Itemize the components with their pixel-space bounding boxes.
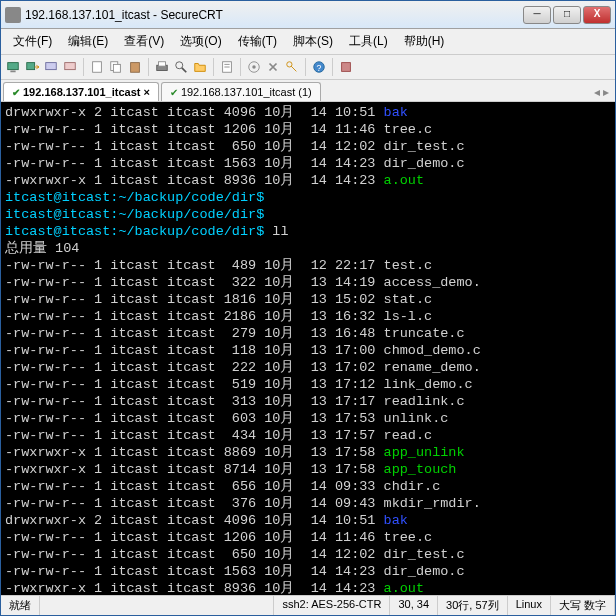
menubar: 文件(F)编辑(E)查看(V)选项(O)传输(T)脚本(S)工具(L)帮助(H) [1, 29, 615, 55]
session-icon[interactable] [89, 59, 105, 75]
terminal-line: itcast@itcast:~/backup/code/dir$ [5, 206, 611, 223]
menu-item[interactable]: 工具(L) [341, 31, 396, 52]
toolbar-separator [148, 58, 149, 76]
terminal-line: -rw-rw-r-- 1 itcast itcast 519 10月 13 17… [5, 376, 611, 393]
svg-rect-3 [46, 63, 57, 70]
key-icon[interactable] [284, 59, 300, 75]
menu-item[interactable]: 帮助(H) [396, 31, 453, 52]
statusbar: 就绪 ssh2: AES-256-CTR 30, 34 30行, 57列 Lin… [1, 595, 615, 615]
terminal-line: itcast@itcast:~/backup/code/dir$ ll [5, 223, 611, 240]
quick-connect-icon[interactable] [24, 59, 40, 75]
svg-rect-5 [93, 62, 102, 73]
print-icon[interactable] [154, 59, 170, 75]
terminal-line: -rw-rw-r-- 1 itcast itcast 434 10月 13 17… [5, 427, 611, 444]
check-icon: ✔ [170, 87, 178, 98]
disconnect-icon[interactable] [62, 59, 78, 75]
svg-line-12 [182, 68, 186, 72]
terminal-line: 总用量 104 [5, 240, 611, 257]
copy-icon[interactable] [108, 59, 124, 75]
window-title: 192.168.137.101_itcast - SecureCRT [25, 8, 523, 22]
toolbar-separator [83, 58, 84, 76]
terminal-line: -rw-rw-r-- 1 itcast itcast 650 10月 14 12… [5, 138, 611, 155]
find-icon[interactable] [173, 59, 189, 75]
status-pos: 30, 34 [390, 596, 438, 615]
terminal[interactable]: drwxrwxr-x 2 itcast itcast 4096 10月 14 1… [1, 102, 615, 595]
tab-scroll-icon[interactable]: ◂ ▸ [588, 85, 615, 99]
menu-item[interactable]: 查看(V) [116, 31, 172, 52]
terminal-line: -rw-rw-r-- 1 itcast itcast 376 10月 14 09… [5, 495, 611, 512]
svg-rect-4 [65, 63, 76, 70]
terminal-line: drwxrwxr-x 2 itcast itcast 4096 10月 14 1… [5, 512, 611, 529]
maximize-button[interactable]: □ [553, 6, 581, 24]
main-window: 192.168.137.101_itcast - SecureCRT ─ □ X… [0, 0, 616, 616]
terminal-line: -rw-rw-r-- 1 itcast itcast 1206 10月 14 1… [5, 121, 611, 138]
svg-point-11 [176, 62, 183, 69]
window-controls: ─ □ X [523, 6, 611, 24]
terminal-line: -rw-rw-r-- 1 itcast itcast 279 10月 13 16… [5, 325, 611, 342]
status-spacer [40, 596, 274, 615]
tab-label: 192.168.137.101_itcast (1) [181, 86, 312, 98]
folder-icon[interactable] [192, 59, 208, 75]
svg-rect-10 [159, 62, 166, 66]
terminal-line: -rw-rw-r-- 1 itcast itcast 313 10月 13 17… [5, 393, 611, 410]
terminal-line: -rw-rw-r-- 1 itcast itcast 222 10月 13 17… [5, 359, 611, 376]
terminal-line: -rw-rw-r-- 1 itcast itcast 1816 10月 13 1… [5, 291, 611, 308]
toolbar-separator [305, 58, 306, 76]
svg-rect-1 [10, 71, 15, 73]
status-size: 30行, 57列 [438, 596, 508, 615]
toolbar-separator [332, 58, 333, 76]
svg-rect-22 [342, 63, 351, 72]
terminal-line: itcast@itcast:~/backup/code/dir$ [5, 189, 611, 206]
extra-icon[interactable] [338, 59, 354, 75]
toolbar-separator [240, 58, 241, 76]
tabbar: ✔192.168.137.101_itcast×✔192.168.137.101… [1, 80, 615, 102]
svg-rect-7 [113, 64, 120, 72]
check-icon: ✔ [12, 87, 20, 98]
terminal-line: -rwxrwxr-x 1 itcast itcast 8936 10月 14 1… [5, 580, 611, 595]
terminal-line: -rw-rw-r-- 1 itcast itcast 1206 10月 14 1… [5, 529, 611, 546]
terminal-line: -rwxrwxr-x 1 itcast itcast 8714 10月 13 1… [5, 461, 611, 478]
minimize-button[interactable]: ─ [523, 6, 551, 24]
terminal-line: -rw-rw-r-- 1 itcast itcast 118 10月 13 17… [5, 342, 611, 359]
tab-label: 192.168.137.101_itcast [23, 86, 140, 98]
properties-icon[interactable] [219, 59, 235, 75]
close-button[interactable]: X [583, 6, 611, 24]
terminal-line: -rwxrwxr-x 1 itcast itcast 8869 10月 13 1… [5, 444, 611, 461]
svg-text:?: ? [317, 63, 322, 73]
menu-item[interactable]: 传输(T) [230, 31, 285, 52]
session-tab[interactable]: ✔192.168.137.101_itcast (1) [161, 82, 321, 101]
status-os: Linux [508, 596, 551, 615]
menu-item[interactable]: 编辑(E) [60, 31, 116, 52]
menu-item[interactable]: 脚本(S) [285, 31, 341, 52]
menu-item[interactable]: 文件(F) [5, 31, 60, 52]
terminal-line: -rw-rw-r-- 1 itcast itcast 650 10月 14 12… [5, 546, 611, 563]
terminal-line: -rw-rw-r-- 1 itcast itcast 489 10月 12 22… [5, 257, 611, 274]
session-tab[interactable]: ✔192.168.137.101_itcast× [3, 82, 159, 101]
reconnect-icon[interactable] [43, 59, 59, 75]
titlebar[interactable]: 192.168.137.101_itcast - SecureCRT ─ □ X [1, 1, 615, 29]
app-icon [5, 7, 21, 23]
tab-close-icon[interactable]: × [143, 86, 149, 98]
toolbar: ? [1, 55, 615, 80]
menu-item[interactable]: 选项(O) [172, 31, 229, 52]
terminal-line: -rw-rw-r-- 1 itcast itcast 603 10月 13 17… [5, 410, 611, 427]
status-cipher: ssh2: AES-256-CTR [274, 596, 390, 615]
help-icon[interactable]: ? [311, 59, 327, 75]
terminal-line: -rw-rw-r-- 1 itcast itcast 322 10月 13 14… [5, 274, 611, 291]
svg-rect-0 [8, 63, 19, 70]
svg-point-17 [252, 65, 256, 69]
terminal-line: -rw-rw-r-- 1 itcast itcast 1563 10月 14 1… [5, 155, 611, 172]
svg-rect-8 [131, 63, 140, 73]
svg-rect-2 [27, 63, 35, 70]
terminal-line: -rw-rw-r-- 1 itcast itcast 656 10月 14 09… [5, 478, 611, 495]
options-icon[interactable] [246, 59, 262, 75]
connect-icon[interactable] [5, 59, 21, 75]
status-caps: 大写 数字 [551, 596, 615, 615]
toolbar-separator [213, 58, 214, 76]
svg-line-19 [291, 66, 296, 71]
terminal-line: -rwxrwxr-x 1 itcast itcast 8936 10月 14 1… [5, 172, 611, 189]
terminal-line: -rw-rw-r-- 1 itcast itcast 1563 10月 14 1… [5, 563, 611, 580]
terminal-line: drwxrwxr-x 2 itcast itcast 4096 10月 14 1… [5, 104, 611, 121]
settings-icon[interactable] [265, 59, 281, 75]
paste-icon[interactable] [127, 59, 143, 75]
